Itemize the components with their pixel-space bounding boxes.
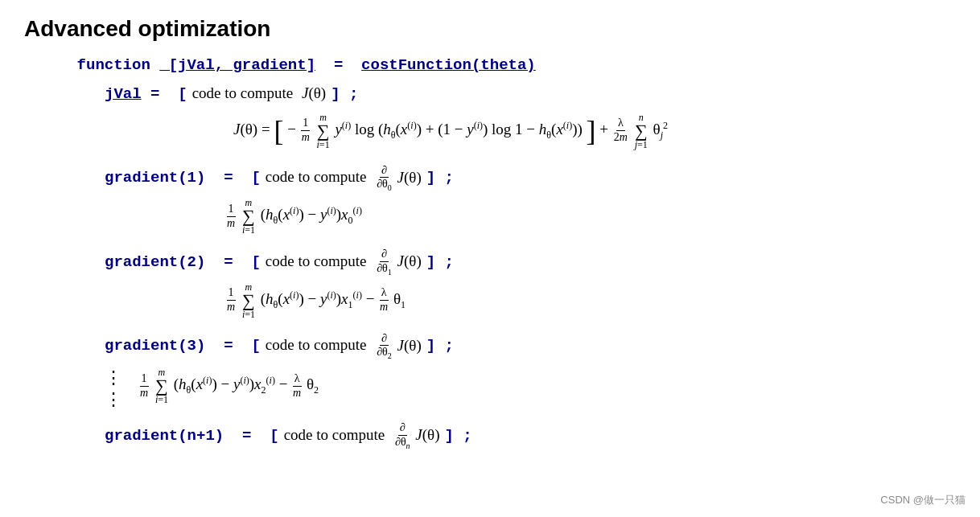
gradient2-formula: 1 m m ∑ i=1 (hθ(x(i)) − y(i))x1(i) − λ m… <box>225 282 956 319</box>
gradient3-math: ∂ ∂θ2 J(θ) <box>375 332 422 362</box>
jval-bracket: [jVal, gradient] <box>159 56 315 74</box>
gradientn-close: ] ; <box>445 425 472 448</box>
gradient3-formula: 1 m m ∑ i=1 (hθ(x(i)) − y(i))x2(i) − λ m… <box>138 367 319 404</box>
main-content: function [jVal, gradient] = costFunction… <box>40 56 956 451</box>
gradient3-close: ] ; <box>426 334 454 358</box>
gradient2-line: gradient(2) = [ code to compute ∂ ∂θ1 J(… <box>105 248 956 277</box>
gradientn-math: ∂ ∂θn J(θ) <box>393 421 440 451</box>
gradient2-code: gradient(2) = [ <box>105 251 261 274</box>
gradient3-text: code to compute <box>266 334 370 357</box>
jval-code: jVal = [ <box>105 83 187 106</box>
big-bracket-right: ] <box>587 115 596 147</box>
jtheta-lhs: J(θ) = <box>233 121 270 138</box>
watermark-text: CSDN @做一只猫 <box>880 493 966 507</box>
gradient3-line: gradient(3) = [ code to compute ∂ ∂θ2 J(… <box>105 332 956 362</box>
sigma-1: m ∑ i=1 <box>317 113 330 150</box>
gradientn-text: code to compute <box>284 424 389 447</box>
gradient1-code: gradient(1) = [ <box>105 166 261 190</box>
keyword-function: function <box>77 56 150 74</box>
gradient1-line: gradient(1) = [ code to compute ∂ ∂θ0 J(… <box>105 164 956 194</box>
jval-close: ] ; <box>331 83 358 106</box>
sigma-2: n ∑ j=1 <box>635 113 648 150</box>
gradient2-text: code to compute <box>266 250 370 273</box>
big-bracket-left: [ <box>274 115 283 147</box>
jtheta-formula: J(θ) = [ − 1 m m ∑ i=1 y(i) log (hθ(x(i)… <box>233 113 956 150</box>
gradient3-formula-section: ⋮⋮ 1 m m ∑ i=1 (hθ(x(i)) − y(i))x2(i) − … <box>40 366 956 410</box>
gradient1-formula: 1 m m ∑ i=1 (hθ(x(i)) − y(i))x0(i) <box>225 198 956 235</box>
gradient1-math: ∂ ∂θ0 J(θ) <box>375 164 422 194</box>
frac-lambda-2m: λ 2m <box>612 117 629 145</box>
jval-math: J(θ) <box>302 82 326 105</box>
vdots: ⋮⋮ <box>105 367 122 410</box>
gradient1-close: ] ; <box>426 166 454 190</box>
function-declaration: function [jVal, gradient] = costFunction… <box>40 56 956 74</box>
frac-1m: 1 m <box>300 117 311 145</box>
page-title: Advanced optimization <box>24 16 956 42</box>
gradient1-text: code to compute <box>266 166 370 189</box>
gradient2-math: ∂ ∂θ1 J(θ) <box>375 248 422 277</box>
gradientn-line: gradient(n+1) = [ code to compute ∂ ∂θn … <box>105 421 956 451</box>
cost-function-name: costFunction <box>361 56 471 74</box>
gradient2-close: ] ; <box>426 251 454 274</box>
gradientn-code: gradient(n+1) = [ <box>105 425 279 448</box>
jval-line: jVal = [ code to compute J(θ) ] ; <box>105 82 956 106</box>
jval-text: code to compute <box>192 82 297 105</box>
gradient3-code: gradient(3) = [ <box>105 334 261 358</box>
theta-arg: (theta) <box>471 56 536 74</box>
